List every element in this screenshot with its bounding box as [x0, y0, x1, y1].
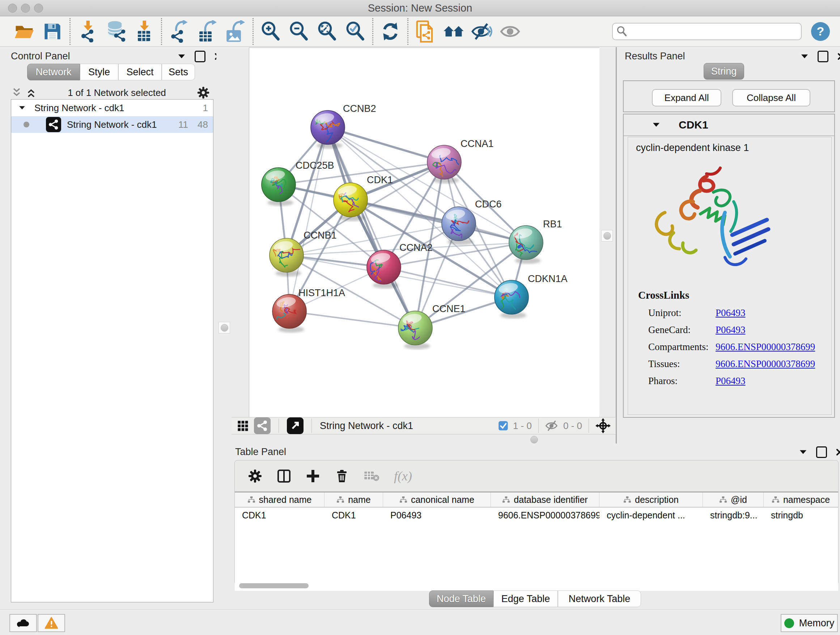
crosslink-uniprot[interactable]: P06493 — [715, 307, 745, 318]
tab-style[interactable]: Style — [80, 64, 118, 80]
zoom-out-button[interactable] — [285, 19, 313, 44]
network-options-gear-icon[interactable] — [197, 86, 210, 99]
column-header[interactable]: namespace — [764, 492, 838, 507]
gene-expander-icon[interactable] — [651, 120, 661, 130]
tab-network-table[interactable]: Network Table — [558, 591, 641, 607]
table-settings-gear-icon[interactable] — [248, 469, 262, 483]
function-builder-icon: f(x) — [394, 469, 412, 484]
tab-sets[interactable]: Sets — [162, 64, 195, 80]
float-panel-icon[interactable] — [818, 51, 829, 62]
column-header[interactable]: shared name — [235, 492, 325, 507]
left-splitter[interactable] — [216, 47, 249, 442]
string-stringify-button[interactable] — [439, 19, 468, 44]
network-node[interactable]: RB1 — [509, 219, 562, 263]
delete-column-trash-icon[interactable] — [335, 469, 349, 483]
collapse-all-button[interactable]: Collapse All — [732, 89, 810, 106]
network-collection-row[interactable]: String Network - cdk1 1 — [11, 100, 213, 116]
toolbar-separator — [372, 18, 373, 45]
zoom-in-button[interactable] — [256, 19, 285, 44]
eye-slash-icon — [471, 22, 493, 41]
network-row-selected[interactable]: String Network - cdk1 11 48 — [11, 116, 213, 133]
table-row[interactable]: CDK1 CDK1 P06493 9606.ENSP00000378699 cy… — [235, 508, 838, 523]
right-splitter[interactable] — [600, 48, 616, 417]
close-panel-icon[interactable] — [836, 52, 840, 61]
network-canvas[interactable]: CCNB2CCNA1CDC25BCDK1CDC6RB1CCNB1CCNA2CDK… — [249, 48, 599, 416]
hidden-eye-slash-icon[interactable] — [545, 420, 559, 432]
crosslink-tissues[interactable]: 9606.ENSP00000378699 — [715, 358, 815, 369]
network-node[interactable]: CDKN1A — [494, 273, 568, 315]
string-copy-network-button[interactable] — [411, 19, 439, 44]
warnings-button[interactable] — [38, 614, 65, 632]
network-node[interactable]: CDK1 — [333, 174, 393, 217]
column-header[interactable]: canonical name — [383, 492, 491, 507]
column-header[interactable]: name — [325, 492, 383, 507]
crosslink-compartments[interactable]: 9606.ENSP00000378699 — [715, 341, 815, 352]
tab-select[interactable]: Select — [118, 64, 162, 80]
table-panel-title: Table Panel — [235, 447, 286, 458]
network-node[interactable]: HIST1H1A — [272, 287, 345, 333]
show-columns-icon[interactable] — [277, 469, 291, 483]
gene-header[interactable]: CDK1 — [624, 114, 834, 136]
panel-menu-icon[interactable] — [799, 51, 810, 62]
export-table-button[interactable] — [193, 19, 221, 44]
import-network-file-button[interactable] — [73, 19, 102, 44]
tab-network[interactable]: Network — [27, 64, 80, 80]
network-list-header: 1 of 1 Network selected — [11, 85, 210, 101]
column-header[interactable]: database identifier — [491, 492, 600, 507]
help-button[interactable]: ? — [811, 22, 830, 41]
string-hide-images-button[interactable] — [468, 19, 496, 44]
toolbar-search[interactable] — [612, 23, 802, 40]
hierarchy-icon — [623, 496, 631, 504]
expand-all-button[interactable]: Expand All — [652, 89, 722, 106]
panel-menu-icon[interactable] — [177, 51, 187, 62]
tab-edge-table[interactable]: Edge Table — [493, 591, 558, 607]
string-glass-ball-button[interactable] — [496, 19, 524, 44]
float-panel-icon[interactable] — [195, 51, 205, 62]
column-header[interactable]: @id — [703, 492, 764, 507]
selected-counts: 1 - 0 — [513, 420, 532, 432]
table-panel-window-controls — [798, 447, 840, 458]
tab-string[interactable]: String — [704, 63, 744, 80]
horizontal-splitter-handle[interactable] — [531, 436, 538, 443]
center-view-crosshair-icon[interactable] — [595, 418, 611, 433]
network-share-view-icon[interactable] — [254, 417, 271, 434]
selected-checkbox-icon[interactable] — [498, 420, 508, 431]
collection-expander-icon[interactable] — [18, 103, 27, 112]
add-column-icon[interactable] — [306, 469, 320, 483]
column-header[interactable]: description — [600, 492, 703, 507]
save-session-button[interactable] — [38, 19, 66, 44]
warning-triangle-icon — [44, 616, 58, 630]
detach-view-icon[interactable] — [287, 417, 303, 434]
network-node[interactable]: CCNA1 — [427, 138, 494, 180]
table-panel: Table Panel f(x) shared name — [229, 444, 840, 609]
thumbnail-grid-icon[interactable] — [237, 420, 249, 432]
table-hscroll-thumb[interactable] — [239, 583, 309, 588]
crosslink-row: Tissues:9606.ENSP00000378699 — [648, 356, 815, 372]
panel-menu-icon[interactable] — [798, 447, 808, 457]
crosslink-pharos[interactable]: P06493 — [715, 375, 745, 386]
import-table-icon — [134, 21, 155, 42]
search-input[interactable] — [627, 25, 784, 37]
results-panel-window-controls — [799, 51, 840, 62]
open-session-button[interactable] — [10, 19, 38, 44]
left-splitter-handle[interactable] — [218, 322, 230, 333]
export-image-button[interactable] — [221, 19, 249, 44]
float-panel-icon[interactable] — [816, 447, 827, 458]
refresh-layout-button[interactable] — [376, 19, 404, 44]
import-network-database-button[interactable] — [102, 19, 130, 44]
collapse-all-networks-icon[interactable] — [25, 87, 37, 98]
zoom-fit-button[interactable] — [313, 19, 341, 44]
cloud-status-button[interactable] — [9, 614, 37, 632]
expand-all-networks-icon[interactable] — [11, 87, 22, 98]
export-network-button[interactable] — [165, 19, 193, 44]
memory-status-dot-icon — [784, 618, 794, 628]
protein-structure-image — [643, 159, 783, 279]
right-splitter-handle[interactable] — [601, 230, 613, 241]
close-panel-icon[interactable] — [835, 448, 840, 457]
zoom-selected-button[interactable] — [341, 19, 369, 44]
import-table-button[interactable] — [130, 19, 158, 44]
memory-button[interactable]: Memory — [781, 614, 838, 632]
network-node[interactable]: CCNB1 — [270, 230, 337, 272]
crosslink-genecard[interactable]: P06493 — [715, 325, 745, 335]
tab-node-table[interactable]: Node Table — [429, 591, 493, 607]
